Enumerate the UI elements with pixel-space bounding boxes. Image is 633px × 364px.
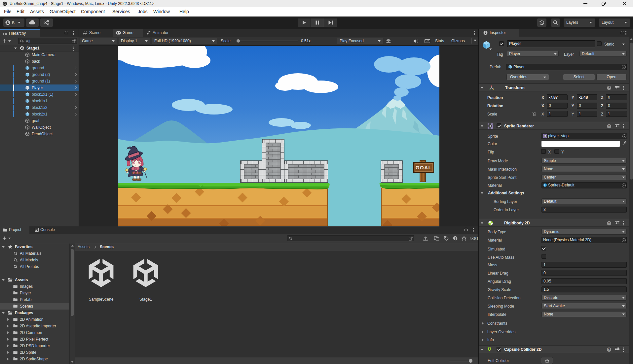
svg-text:GOAL: GOAL bbox=[416, 165, 432, 170]
